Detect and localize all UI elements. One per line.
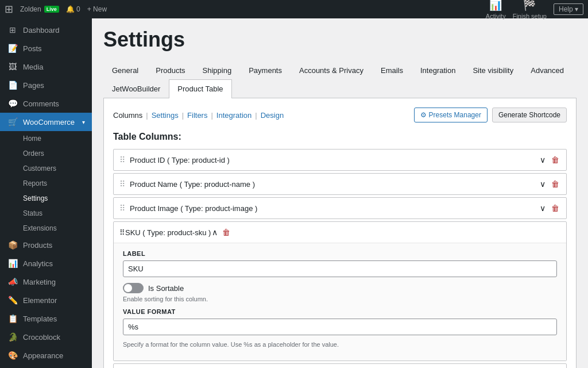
column-label: Product Image ( Type: product-image ) [130, 204, 539, 213]
sidebar-item-pages[interactable]: 📄 Pages [0, 76, 92, 94]
subnav-integration[interactable]: Integration [216, 111, 252, 120]
sidebar-item-comments[interactable]: 💬 Comments [0, 94, 92, 113]
column-label: SKU ( Type: product-sku ) [125, 228, 211, 237]
subnav-columns[interactable]: Columns [113, 111, 142, 120]
sidebar-item-analytics[interactable]: 📊 Analytics [0, 254, 92, 273]
value-format-hint: Specify a format for the column value. U… [123, 341, 557, 348]
column-expand-body: LABEL Is Sortable Enable sorting for thi… [114, 243, 566, 361]
drag-handle-icon[interactable]: ⠿ [119, 155, 125, 164]
column-delete-button[interactable]: 🗑 [221, 227, 231, 238]
tab-payments[interactable]: Payments [240, 61, 291, 79]
tab-products[interactable]: Products [147, 61, 194, 79]
column-delete-button[interactable]: 🗑 [550, 178, 560, 190]
subnav-settings[interactable]: Settings [152, 111, 179, 120]
column-row-product-name: ⠿ Product Name ( Type: product-name ) ∨ … [113, 173, 567, 195]
tab-advanced[interactable]: Advanced [522, 61, 572, 79]
tab-shipping[interactable]: Shipping [194, 61, 241, 79]
sidebar-item-plugins[interactable]: 🔌 Plugins [0, 365, 92, 368]
main-content: Settings General Products Shipping Payme… [92, 18, 588, 368]
submenu-status[interactable]: Status [0, 206, 92, 221]
tab-product-table[interactable]: Product Table [169, 79, 231, 98]
appearance-icon: 🎨 [7, 351, 18, 360]
presets-manager-button[interactable]: ⚙ Presets Manager [414, 108, 488, 122]
column-row-price: ⠿ Price ( Type: product-price ) ∨ 🗑 [113, 363, 567, 368]
media-icon: 🖼 [7, 62, 18, 71]
page-header: Settings [103, 28, 577, 52]
sortable-toggle[interactable] [123, 283, 144, 293]
column-row-product-image: ⠿ Product Image ( Type: product-image ) … [113, 197, 567, 219]
drag-handle-icon[interactable]: ⠿ [119, 179, 125, 189]
submenu-home[interactable]: Home [0, 131, 92, 146]
submenu-orders[interactable]: Orders [0, 146, 92, 161]
column-row-sku: ⠿ SKU ( Type: product-sku ) ∧ 🗑 LABEL [113, 221, 567, 361]
top-tab-bar: General Products Shipping Payments Accou… [103, 61, 577, 98]
submenu-customers[interactable]: Customers [0, 161, 92, 176]
crocoblock-icon: 🐊 [7, 332, 18, 342]
page-title: Settings [103, 28, 185, 52]
posts-icon: 📝 [7, 44, 18, 53]
sub-nav-bar: Columns | Settings | Filters | Integrati… [113, 108, 567, 122]
column-row-product-id: ⠿ Product ID ( Type: product-id ) ∨ 🗑 [113, 149, 567, 171]
marketing-icon: 📣 [7, 277, 18, 286]
tab-integration[interactable]: Integration [412, 61, 464, 79]
tab-general[interactable]: General [103, 61, 147, 79]
help-button[interactable]: Help ▾ [554, 3, 583, 15]
submenu-extensions[interactable]: Extensions [0, 221, 92, 236]
presets-icon: ⚙ [420, 111, 427, 119]
comments-icon: 💬 [7, 99, 18, 108]
sidebar-item-posts[interactable]: 📝 Posts [0, 39, 92, 57]
value-format-input[interactable] [123, 319, 557, 335]
table-columns-title: Table Columns: [113, 132, 567, 142]
sortable-hint: Enable sorting for this column. [123, 296, 557, 302]
settings-panel: Columns | Settings | Filters | Integrati… [103, 98, 577, 368]
sidebar-item-products[interactable]: 📦 Products [0, 236, 92, 254]
subnav-filters[interactable]: Filters [187, 111, 207, 120]
sidebar-item-crocoblock[interactable]: 🐊 Crocoblock [0, 328, 92, 346]
finish-setup-button[interactable]: 🏁 Finish setup [513, 0, 547, 20]
wp-logo-icon: ⊞ [5, 3, 13, 16]
label-field-title: LABEL [123, 250, 557, 257]
tab-jetwoobuilder[interactable]: JetWooBuilder [103, 79, 169, 98]
column-expand-button[interactable]: ∨ [539, 178, 547, 190]
site-name[interactable]: Zolden Live [20, 5, 59, 13]
sidebar-item-templates[interactable]: 📋 Templates [0, 309, 92, 328]
submenu-settings[interactable]: Settings [0, 191, 92, 206]
tab-emails[interactable]: Emails [372, 61, 412, 79]
products-icon: 📦 [7, 240, 18, 250]
sidebar: ⊞ Dashboard 📝 Posts 🖼 Media 📄 Pages 💬 Co… [0, 18, 92, 368]
tab-accounts[interactable]: Accounts & Privacy [291, 61, 372, 79]
activity-button[interactable]: 📊 Activity [486, 0, 506, 20]
sidebar-item-elementor[interactable]: ✏️ Elementor [0, 291, 92, 309]
generate-shortcode-button[interactable]: Generate Shortcode [492, 108, 567, 122]
label-input[interactable] [123, 260, 557, 277]
column-label: Product ID ( Type: product-id ) [130, 156, 539, 164]
live-badge: Live [44, 6, 59, 13]
drag-handle-icon[interactable]: ⠿ [119, 228, 125, 237]
submenu-reports[interactable]: Reports [0, 176, 92, 191]
admin-bar: ⊞ Zolden Live 🔔 0 + New 📊 Activity 🏁 Fin… [0, 0, 588, 18]
dashboard-icon: ⊞ [7, 25, 18, 34]
sidebar-item-woocommerce[interactable]: 🛒 WooCommerce ▾ [0, 113, 92, 131]
elementor-icon: ✏️ [7, 296, 18, 305]
drag-handle-icon[interactable]: ⠿ [119, 204, 125, 213]
templates-icon: 📋 [7, 314, 18, 323]
value-format-field-title: VALUE FORMAT [123, 308, 557, 315]
analytics-icon: 📊 [7, 259, 18, 268]
column-delete-button[interactable]: 🗑 [550, 154, 560, 166]
new-item-button[interactable]: + New [87, 5, 107, 13]
pages-icon: 📄 [7, 80, 18, 90]
sidebar-item-dashboard[interactable]: ⊞ Dashboard [0, 21, 92, 39]
column-expand-button[interactable]: ∨ [539, 154, 547, 166]
column-collapse-button[interactable]: ∧ [211, 227, 219, 238]
notifications[interactable]: 🔔 0 [66, 5, 80, 13]
subnav-design[interactable]: Design [261, 111, 284, 120]
sidebar-item-media[interactable]: 🖼 Media [0, 57, 92, 76]
column-expand-button[interactable]: ∨ [539, 202, 547, 214]
tab-site-visibility[interactable]: Site visibility [464, 61, 522, 79]
woocommerce-icon: 🛒 [7, 117, 18, 126]
sidebar-item-appearance[interactable]: 🎨 Appearance [0, 346, 92, 365]
sortable-label: Is Sortable [148, 284, 184, 293]
sidebar-item-marketing[interactable]: 📣 Marketing [0, 273, 92, 291]
column-label: Product Name ( Type: product-name ) [130, 180, 539, 189]
column-delete-button[interactable]: 🗑 [550, 202, 560, 214]
